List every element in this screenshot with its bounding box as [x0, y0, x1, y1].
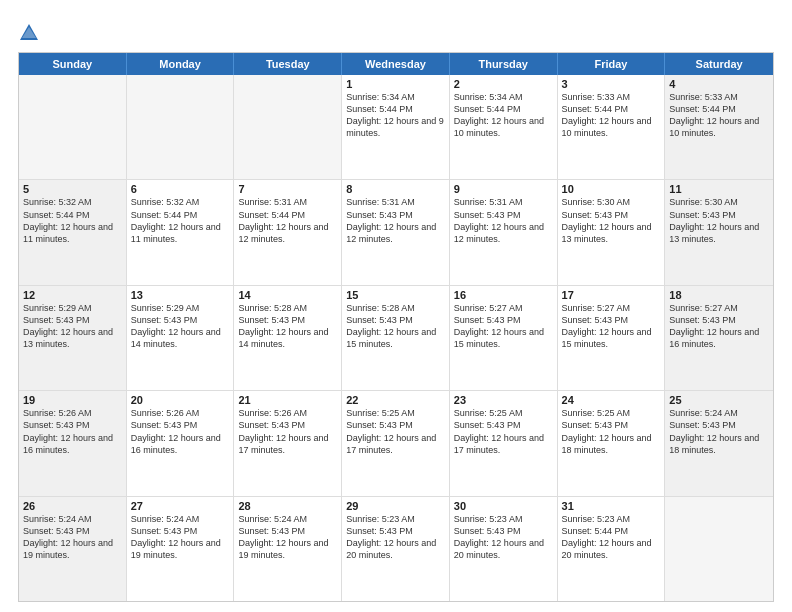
day-number: 9	[454, 183, 553, 195]
calendar-cell: 10Sunrise: 5:30 AM Sunset: 5:43 PM Dayli…	[558, 180, 666, 284]
day-info: Sunrise: 5:24 AM Sunset: 5:43 PM Dayligh…	[131, 513, 230, 562]
day-info: Sunrise: 5:30 AM Sunset: 5:43 PM Dayligh…	[562, 196, 661, 245]
day-number: 1	[346, 78, 445, 90]
day-number: 28	[238, 500, 337, 512]
day-info: Sunrise: 5:31 AM Sunset: 5:44 PM Dayligh…	[238, 196, 337, 245]
day-number: 3	[562, 78, 661, 90]
calendar: SundayMondayTuesdayWednesdayThursdayFrid…	[18, 52, 774, 602]
calendar-row: 12Sunrise: 5:29 AM Sunset: 5:43 PM Dayli…	[19, 286, 773, 391]
day-number: 14	[238, 289, 337, 301]
day-number: 4	[669, 78, 769, 90]
logo-icon	[18, 22, 40, 44]
day-info: Sunrise: 5:27 AM Sunset: 5:43 PM Dayligh…	[669, 302, 769, 351]
day-number: 12	[23, 289, 122, 301]
day-info: Sunrise: 5:25 AM Sunset: 5:43 PM Dayligh…	[454, 407, 553, 456]
day-info: Sunrise: 5:26 AM Sunset: 5:43 PM Dayligh…	[23, 407, 122, 456]
day-number: 29	[346, 500, 445, 512]
logo	[18, 22, 44, 44]
calendar-cell: 15Sunrise: 5:28 AM Sunset: 5:43 PM Dayli…	[342, 286, 450, 390]
day-number: 18	[669, 289, 769, 301]
day-number: 5	[23, 183, 122, 195]
calendar-cell: 19Sunrise: 5:26 AM Sunset: 5:43 PM Dayli…	[19, 391, 127, 495]
calendar-cell	[665, 497, 773, 601]
calendar-cell: 23Sunrise: 5:25 AM Sunset: 5:43 PM Dayli…	[450, 391, 558, 495]
day-number: 31	[562, 500, 661, 512]
day-info: Sunrise: 5:33 AM Sunset: 5:44 PM Dayligh…	[562, 91, 661, 140]
header	[18, 18, 774, 44]
day-number: 13	[131, 289, 230, 301]
calendar-cell: 13Sunrise: 5:29 AM Sunset: 5:43 PM Dayli…	[127, 286, 235, 390]
calendar-cell: 26Sunrise: 5:24 AM Sunset: 5:43 PM Dayli…	[19, 497, 127, 601]
day-info: Sunrise: 5:27 AM Sunset: 5:43 PM Dayligh…	[562, 302, 661, 351]
calendar-cell: 16Sunrise: 5:27 AM Sunset: 5:43 PM Dayli…	[450, 286, 558, 390]
calendar-cell: 27Sunrise: 5:24 AM Sunset: 5:43 PM Dayli…	[127, 497, 235, 601]
calendar-cell	[19, 75, 127, 179]
calendar-row: 1Sunrise: 5:34 AM Sunset: 5:44 PM Daylig…	[19, 75, 773, 180]
calendar-cell: 12Sunrise: 5:29 AM Sunset: 5:43 PM Dayli…	[19, 286, 127, 390]
day-info: Sunrise: 5:24 AM Sunset: 5:43 PM Dayligh…	[669, 407, 769, 456]
page: SundayMondayTuesdayWednesdayThursdayFrid…	[0, 0, 792, 612]
day-number: 27	[131, 500, 230, 512]
calendar-row: 5Sunrise: 5:32 AM Sunset: 5:44 PM Daylig…	[19, 180, 773, 285]
day-info: Sunrise: 5:23 AM Sunset: 5:43 PM Dayligh…	[454, 513, 553, 562]
calendar-cell: 5Sunrise: 5:32 AM Sunset: 5:44 PM Daylig…	[19, 180, 127, 284]
day-info: Sunrise: 5:34 AM Sunset: 5:44 PM Dayligh…	[454, 91, 553, 140]
day-number: 7	[238, 183, 337, 195]
day-info: Sunrise: 5:27 AM Sunset: 5:43 PM Dayligh…	[454, 302, 553, 351]
day-info: Sunrise: 5:26 AM Sunset: 5:43 PM Dayligh…	[131, 407, 230, 456]
calendar-cell: 29Sunrise: 5:23 AM Sunset: 5:43 PM Dayli…	[342, 497, 450, 601]
svg-marker-1	[22, 27, 36, 38]
calendar-row: 26Sunrise: 5:24 AM Sunset: 5:43 PM Dayli…	[19, 497, 773, 601]
calendar-cell: 7Sunrise: 5:31 AM Sunset: 5:44 PM Daylig…	[234, 180, 342, 284]
calendar-header: SundayMondayTuesdayWednesdayThursdayFrid…	[19, 53, 773, 75]
day-number: 2	[454, 78, 553, 90]
day-info: Sunrise: 5:30 AM Sunset: 5:43 PM Dayligh…	[669, 196, 769, 245]
calendar-cell: 3Sunrise: 5:33 AM Sunset: 5:44 PM Daylig…	[558, 75, 666, 179]
day-info: Sunrise: 5:29 AM Sunset: 5:43 PM Dayligh…	[23, 302, 122, 351]
day-info: Sunrise: 5:32 AM Sunset: 5:44 PM Dayligh…	[131, 196, 230, 245]
day-info: Sunrise: 5:32 AM Sunset: 5:44 PM Dayligh…	[23, 196, 122, 245]
calendar-cell: 21Sunrise: 5:26 AM Sunset: 5:43 PM Dayli…	[234, 391, 342, 495]
day-info: Sunrise: 5:29 AM Sunset: 5:43 PM Dayligh…	[131, 302, 230, 351]
calendar-cell: 6Sunrise: 5:32 AM Sunset: 5:44 PM Daylig…	[127, 180, 235, 284]
day-number: 24	[562, 394, 661, 406]
calendar-cell	[127, 75, 235, 179]
calendar-cell: 22Sunrise: 5:25 AM Sunset: 5:43 PM Dayli…	[342, 391, 450, 495]
day-info: Sunrise: 5:31 AM Sunset: 5:43 PM Dayligh…	[346, 196, 445, 245]
day-number: 11	[669, 183, 769, 195]
day-info: Sunrise: 5:28 AM Sunset: 5:43 PM Dayligh…	[346, 302, 445, 351]
day-info: Sunrise: 5:24 AM Sunset: 5:43 PM Dayligh…	[23, 513, 122, 562]
calendar-cell: 20Sunrise: 5:26 AM Sunset: 5:43 PM Dayli…	[127, 391, 235, 495]
day-info: Sunrise: 5:31 AM Sunset: 5:43 PM Dayligh…	[454, 196, 553, 245]
day-number: 6	[131, 183, 230, 195]
calendar-cell: 11Sunrise: 5:30 AM Sunset: 5:43 PM Dayli…	[665, 180, 773, 284]
calendar-cell: 30Sunrise: 5:23 AM Sunset: 5:43 PM Dayli…	[450, 497, 558, 601]
day-info: Sunrise: 5:25 AM Sunset: 5:43 PM Dayligh…	[346, 407, 445, 456]
day-info: Sunrise: 5:24 AM Sunset: 5:43 PM Dayligh…	[238, 513, 337, 562]
header-day: Friday	[558, 53, 666, 75]
day-info: Sunrise: 5:33 AM Sunset: 5:44 PM Dayligh…	[669, 91, 769, 140]
calendar-cell: 1Sunrise: 5:34 AM Sunset: 5:44 PM Daylig…	[342, 75, 450, 179]
calendar-cell: 4Sunrise: 5:33 AM Sunset: 5:44 PM Daylig…	[665, 75, 773, 179]
day-number: 23	[454, 394, 553, 406]
day-number: 17	[562, 289, 661, 301]
day-number: 19	[23, 394, 122, 406]
day-info: Sunrise: 5:28 AM Sunset: 5:43 PM Dayligh…	[238, 302, 337, 351]
day-number: 10	[562, 183, 661, 195]
header-day: Wednesday	[342, 53, 450, 75]
calendar-cell: 24Sunrise: 5:25 AM Sunset: 5:43 PM Dayli…	[558, 391, 666, 495]
calendar-cell: 9Sunrise: 5:31 AM Sunset: 5:43 PM Daylig…	[450, 180, 558, 284]
header-day: Saturday	[665, 53, 773, 75]
day-info: Sunrise: 5:23 AM Sunset: 5:44 PM Dayligh…	[562, 513, 661, 562]
calendar-cell: 8Sunrise: 5:31 AM Sunset: 5:43 PM Daylig…	[342, 180, 450, 284]
calendar-cell	[234, 75, 342, 179]
calendar-cell: 2Sunrise: 5:34 AM Sunset: 5:44 PM Daylig…	[450, 75, 558, 179]
calendar-cell: 25Sunrise: 5:24 AM Sunset: 5:43 PM Dayli…	[665, 391, 773, 495]
day-number: 30	[454, 500, 553, 512]
day-number: 21	[238, 394, 337, 406]
day-number: 15	[346, 289, 445, 301]
calendar-body: 1Sunrise: 5:34 AM Sunset: 5:44 PM Daylig…	[19, 75, 773, 601]
day-number: 20	[131, 394, 230, 406]
calendar-cell: 31Sunrise: 5:23 AM Sunset: 5:44 PM Dayli…	[558, 497, 666, 601]
calendar-cell: 18Sunrise: 5:27 AM Sunset: 5:43 PM Dayli…	[665, 286, 773, 390]
